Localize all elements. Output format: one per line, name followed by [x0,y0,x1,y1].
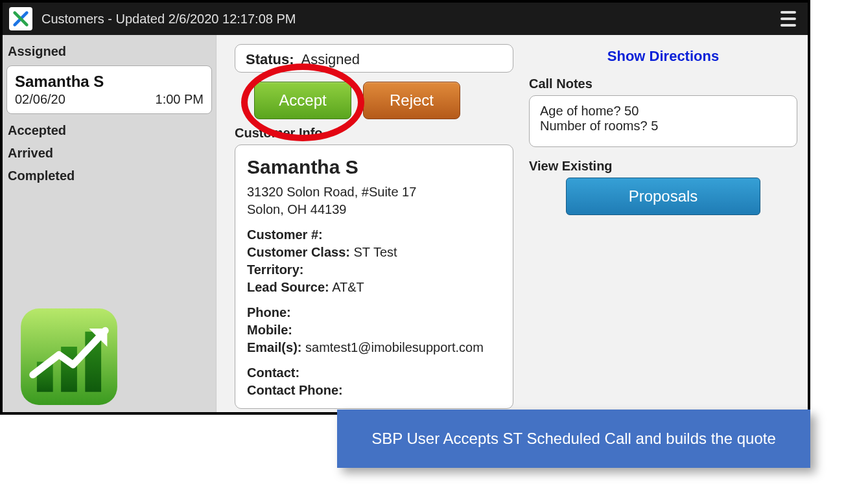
call-notes-box[interactable]: Age of home? 50 Number of rooms? 5 [529,95,797,147]
emails-value: samtest1@imobilesupport.com [305,340,484,354]
contact-label: Contact: [247,365,299,380]
details-column: Status: Assigned Accept Reject Customer … [235,44,513,412]
phone-label: Phone: [247,305,291,319]
sidebar-cat-arrived[interactable]: Arrived [6,142,212,165]
customer-class-label: Customer Class: [247,245,350,259]
customer-class-value: ST Test [354,245,397,259]
show-directions-link[interactable]: Show Directions [529,48,797,65]
customer-address-2: Solon, OH 44139 [247,201,501,218]
customer-info-card: Samantha S 31320 Solon Road, #Suite 17 S… [235,145,513,409]
titlebar-text: Customers - Updated 2/6/2020 12:17:08 PM [41,12,296,27]
appointment-date: 02/06/20 [15,92,65,107]
reject-button[interactable]: Reject [363,82,460,119]
customer-num-label: Customer #: [247,227,323,242]
sidebar-cat-accepted[interactable]: Accepted [6,119,212,142]
slide-caption-text: SBP User Accepts ST Scheduled Call and b… [371,430,776,448]
territory-label: Territory: [247,262,303,277]
stats-chart-icon[interactable] [19,307,119,407]
lead-source-value: AT&T [332,280,364,294]
contact-phone-label: Contact Phone: [247,383,343,397]
customer-info-title: Customer Info [235,126,513,141]
right-column: Show Directions Call Notes Age of home? … [529,44,797,412]
accept-button[interactable]: Accept [254,82,351,119]
sidebar-cat-assigned[interactable]: Assigned [6,40,212,63]
content-area: Assigned Samantha S 02/06/20 1:00 PM Acc… [3,35,808,412]
view-existing-title: View Existing [529,159,797,174]
titlebar: Customers - Updated 2/6/2020 12:17:08 PM [3,3,808,35]
appointment-card[interactable]: Samantha S 02/06/20 1:00 PM [6,65,212,114]
appointment-name: Samantha S [15,73,204,91]
lead-source-label: Lead Source: [247,280,329,294]
status-value: Assigned [301,51,360,67]
main-panel: Status: Assigned Accept Reject Customer … [217,35,808,412]
app-icon[interactable] [9,7,32,30]
logo-x-icon [12,10,30,28]
status-label: Status: [246,51,294,67]
customer-name: Samantha S [247,154,501,181]
menu-button[interactable] [775,6,801,32]
sidebar-cat-completed[interactable]: Completed [6,165,212,187]
svg-rect-2 [61,347,77,392]
sidebar: Assigned Samantha S 02/06/20 1:00 PM Acc… [3,35,217,412]
appointment-time: 1:00 PM [156,92,204,107]
mobile-label: Mobile: [247,323,292,337]
status-box: Status: Assigned [235,44,513,73]
app-window: Customers - Updated 2/6/2020 12:17:08 PM… [0,0,810,415]
emails-label: Email(s): [247,340,301,354]
call-notes-title: Call Notes [529,76,797,91]
slide-caption: SBP User Accepts ST Scheduled Call and b… [337,410,810,468]
customer-address-1: 31320 Solon Road, #Suite 17 [247,183,501,201]
proposals-button[interactable]: Proposals [566,178,760,215]
